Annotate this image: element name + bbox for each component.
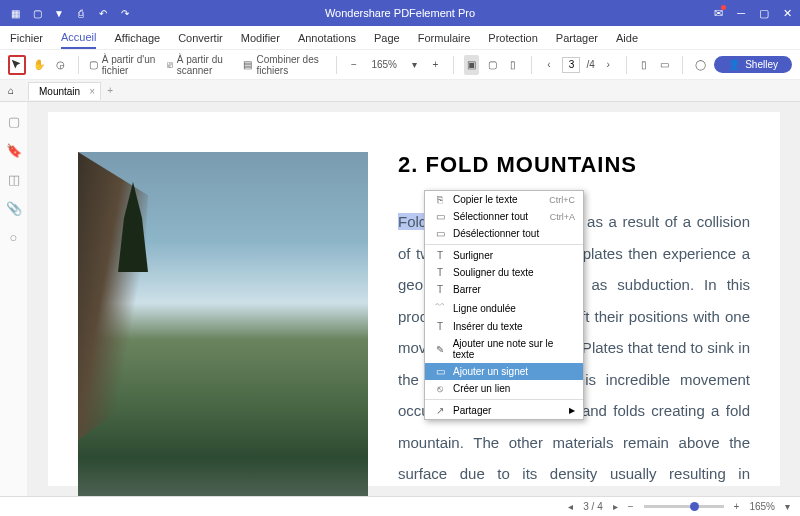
next-page-button[interactable]: › xyxy=(601,55,616,75)
combine-button[interactable]: ▤Combiner des fichiers xyxy=(243,54,325,76)
tab-bar: ⌂ Mountain× + xyxy=(0,80,800,102)
mountain-image xyxy=(78,152,368,496)
attachments-icon[interactable]: 📎 xyxy=(6,201,22,216)
fit-width-button[interactable]: ▢ xyxy=(485,55,500,75)
ctx-cr-er-un-lien[interactable]: ⎋Créer un lien xyxy=(425,380,583,397)
zoom-dropdown[interactable]: ▾ xyxy=(407,55,422,75)
edit-tool[interactable]: ◶ xyxy=(53,55,68,75)
menu-fichier[interactable]: Fichier xyxy=(10,28,43,48)
close-button[interactable]: ✕ xyxy=(783,7,792,20)
status-prev[interactable]: ◂ xyxy=(568,501,573,512)
menu-formulaire[interactable]: Formulaire xyxy=(418,28,471,48)
notification-icon[interactable]: ✉ xyxy=(714,7,723,20)
zoom-slider[interactable] xyxy=(644,505,724,508)
context-menu: ⎘Copier le texteCtrl+C▭Sélectionner tout… xyxy=(424,190,584,420)
menu-affichage[interactable]: Affichage xyxy=(114,28,160,48)
user-badge[interactable]: 👤Shelley xyxy=(714,56,792,73)
menu-aide[interactable]: Aide xyxy=(616,28,638,48)
page-input[interactable] xyxy=(562,57,580,73)
search-button[interactable]: ◯ xyxy=(693,55,708,75)
redo-icon[interactable]: ↷ xyxy=(118,6,132,20)
ctx-ins-rer-du-texte[interactable]: TInsérer du texte xyxy=(425,318,583,335)
menu-accueil[interactable]: Accueil xyxy=(61,27,96,49)
from-file-button[interactable]: ▢À partir d'un fichier xyxy=(89,54,161,76)
page-area[interactable]: 2. FOLD MOUNTAINS Fold mountains are for… xyxy=(28,102,800,496)
save-icon[interactable]: ▼ xyxy=(52,6,66,20)
bookmarks-icon[interactable]: 🔖 xyxy=(6,143,22,158)
sidebar: ▢ 🔖 ◫ 📎 ○ xyxy=(0,102,28,496)
view-facing-button[interactable]: ▭ xyxy=(657,55,672,75)
status-next[interactable]: ▸ xyxy=(613,501,618,512)
add-tab-button[interactable]: + xyxy=(107,85,113,96)
ctx-s-lectionner-tout[interactable]: ▭Sélectionner toutCtrl+A xyxy=(425,208,583,225)
zoom-in-button[interactable]: + xyxy=(428,55,443,75)
status-zoom-value: 165% xyxy=(749,501,775,512)
ctx-ajouter-un-signet[interactable]: ▭Ajouter un signet xyxy=(425,363,583,380)
zoom-out-button[interactable]: − xyxy=(346,55,361,75)
fit-page-button[interactable]: ▣ xyxy=(464,55,479,75)
undo-icon[interactable]: ↶ xyxy=(96,6,110,20)
thumbnails-icon[interactable]: ▢ xyxy=(8,114,20,129)
toolbar: ✋ ◶ ▢À partir d'un fichier ⎚À partir du … xyxy=(0,50,800,80)
menu-protection[interactable]: Protection xyxy=(488,28,538,48)
window-title: Wondershare PDFelement Pro xyxy=(325,7,475,19)
ctx-ajouter-une-note-sur-le-texte[interactable]: ✎Ajouter une note sur le texte xyxy=(425,335,583,363)
ctx-partager[interactable]: ↗Partager▶ xyxy=(425,402,583,419)
ctx-souligner-du-texte[interactable]: TSouligner du texte xyxy=(425,264,583,281)
menu-partager[interactable]: Partager xyxy=(556,28,598,48)
maximize-button[interactable]: ▢ xyxy=(759,7,769,20)
hand-tool[interactable]: ✋ xyxy=(32,55,47,75)
page-content: 2. FOLD MOUNTAINS Fold mountains are for… xyxy=(48,112,780,486)
from-scanner-button[interactable]: ⎚À partir du scanner xyxy=(167,54,238,76)
page-total: /4 xyxy=(586,59,594,70)
title-bar: ▦ ▢ ▼ ⎙ ↶ ↷ Wondershare PDFelement Pro ✉… xyxy=(0,0,800,26)
menu-bar: FichierAccueilAffichageConvertirModifier… xyxy=(0,26,800,50)
prev-page-button[interactable]: ‹ xyxy=(541,55,556,75)
status-zoom-dropdown[interactable]: ▾ xyxy=(785,501,790,512)
ctx-ligne-ondul-e[interactable]: ﹋Ligne ondulée xyxy=(425,298,583,318)
ctx-surligner[interactable]: TSurligner xyxy=(425,247,583,264)
zoom-value[interactable]: 165% xyxy=(367,59,401,70)
print-icon[interactable]: ⎙ xyxy=(74,6,88,20)
ctx-d-s-lectionner-tout[interactable]: ▭Désélectionner tout xyxy=(425,225,583,242)
app-icon[interactable]: ▦ xyxy=(8,6,22,20)
ctx-copier-le-texte[interactable]: ⎘Copier le texteCtrl+C xyxy=(425,191,583,208)
open-icon[interactable]: ▢ xyxy=(30,6,44,20)
status-bar: ◂ 3 / 4 ▸ − + 165% ▾ xyxy=(0,496,800,516)
select-tool[interactable] xyxy=(8,55,26,75)
close-tab-icon[interactable]: × xyxy=(89,86,95,97)
search-panel-icon[interactable]: ○ xyxy=(10,230,18,245)
status-zoom-out[interactable]: − xyxy=(628,501,634,512)
comments-icon[interactable]: ◫ xyxy=(8,172,20,187)
minimize-button[interactable]: ─ xyxy=(737,7,745,19)
home-icon[interactable]: ⌂ xyxy=(8,85,14,96)
view-single-button[interactable]: ▯ xyxy=(636,55,651,75)
menu-annotations[interactable]: Annotations xyxy=(298,28,356,48)
status-zoom-in[interactable]: + xyxy=(734,501,740,512)
ctx-barrer[interactable]: TBarrer xyxy=(425,281,583,298)
fit-height-button[interactable]: ▯ xyxy=(506,55,521,75)
menu-page[interactable]: Page xyxy=(374,28,400,48)
heading: 2. FOLD MOUNTAINS xyxy=(398,152,750,178)
menu-convertir[interactable]: Convertir xyxy=(178,28,223,48)
menu-modifier[interactable]: Modifier xyxy=(241,28,280,48)
status-page: 3 / 4 xyxy=(583,501,602,512)
document-tab[interactable]: Mountain× xyxy=(28,82,101,100)
